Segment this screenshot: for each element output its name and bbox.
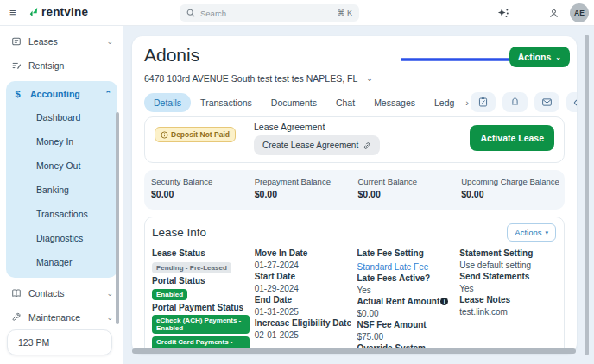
sidebar-item-label: Diagnostics <box>36 233 83 243</box>
balance-upcoming-charge: Upcoming Charge Balance $0.00 <box>458 177 561 210</box>
lease-info-section: Lease Info Actions ▾ Lease Status Pendin… <box>144 217 565 354</box>
clipboard-edit-icon <box>477 97 489 108</box>
page-actions-button[interactable]: Actions ⌄ <box>509 47 570 67</box>
reminders-bell-button[interactable] <box>502 92 528 112</box>
sidebar-item-label: Contacts <box>28 288 64 298</box>
field-label: Portal Payment Status <box>152 302 250 314</box>
company-switcher[interactable]: 123 PM <box>7 329 112 355</box>
lease-agreement-block: Lease Agreement Create Lease Agreement <box>254 122 380 155</box>
search-icon <box>186 9 195 17</box>
horizontal-scrollbar[interactable] <box>132 348 576 354</box>
button-label: Create Lease Agreement <box>262 141 358 150</box>
balance-label: Security Balance <box>151 177 251 186</box>
field-value: Yes <box>459 283 557 295</box>
field-value: test.link.com <box>459 306 557 318</box>
tab-details[interactable]: Details <box>144 93 191 112</box>
balance-current: Current Balance $0.00 <box>355 177 458 210</box>
sidebar-item-banking[interactable]: Banking <box>6 178 117 202</box>
chevron-down-icon: ⌄ <box>106 37 113 46</box>
balance-label: Current Balance <box>358 177 458 186</box>
field-start-date: Start Date 01-29-2024 <box>255 271 352 294</box>
tasks-clipboard-button[interactable] <box>471 92 496 112</box>
late-fee-setting-link[interactable]: Standard Late Fee <box>357 262 429 272</box>
wrench-icon <box>10 312 22 323</box>
property-address: 6478 103rd AVENUE South test test tes NA… <box>144 73 357 84</box>
ai-sparkle-icon[interactable] <box>496 5 511 21</box>
tab-documents[interactable]: Documents <box>262 93 326 112</box>
tab-messages[interactable]: Messages <box>364 93 425 112</box>
chevron-down-icon: ⌄ <box>555 53 561 61</box>
field-label: Send Statements <box>459 271 557 283</box>
vertical-scrollbar[interactable] <box>585 35 589 355</box>
search-shortcut: ⌘ K <box>337 9 352 17</box>
field-label: Move In Date <box>255 248 352 260</box>
company-name: 123 PM <box>18 337 49 348</box>
watch-button[interactable] <box>566 92 577 112</box>
lease-info-col-1: Lease Status Pending - Pre-Leased Portal… <box>152 248 250 354</box>
email-button[interactable] <box>534 92 559 112</box>
field-label: Late Fees Active? <box>357 273 455 285</box>
sidebar-item-money-in[interactable]: Money In <box>6 129 117 154</box>
search-input[interactable]: Search ⌘ K <box>180 4 359 22</box>
chevron-down-icon[interactable]: ⌄ <box>366 74 373 83</box>
sidebar-item-maintenance[interactable]: Maintenance ⌄ <box>0 305 123 329</box>
lease-agreement-section: Deposit Not Paid Lease Agreement Create … <box>144 116 565 163</box>
envelope-icon <box>541 97 553 108</box>
field-move-in-date: Move In Date 01-27-2024 <box>255 248 352 271</box>
sidebar-item-money-out[interactable]: Money Out <box>6 154 117 178</box>
field-late-fees-active: Late Fees Active? Yes <box>357 273 455 296</box>
sidebar-item-accounting[interactable]: $ Accounting ⌃ <box>6 83 117 105</box>
sidebar-item-label: Money In <box>36 136 73 147</box>
dollar-icon: $ <box>12 89 23 99</box>
sidebar-item-contacts[interactable]: Contacts ⌄ <box>0 281 123 305</box>
rentsign-icon <box>10 60 22 71</box>
sidebar-scrollbar[interactable] <box>116 112 119 324</box>
tabs-overflow-chevron-icon[interactable]: › <box>464 97 471 108</box>
chevron-down-icon: ⌄ <box>106 313 113 322</box>
field-lease-notes: Lease Notes test.link.com <box>459 294 557 317</box>
portal-status-badge: Enabled <box>152 289 187 300</box>
info-circle-icon <box>161 131 168 139</box>
field-value: 01-27-2024 <box>255 260 352 272</box>
brand-logo[interactable]: rentvine <box>28 5 88 18</box>
sidebar-item-label: Money Out <box>36 160 80 171</box>
field-nsf-fee-amount: NSF Fee Amount $75.00 <box>357 319 455 342</box>
lease-info-actions-button[interactable]: Actions ▾ <box>507 223 556 242</box>
balance-label: Prepayment Balance <box>255 177 355 186</box>
field-label: NSF Fee Amount <box>357 319 455 331</box>
badge-label: Deposit Not Paid <box>171 130 230 139</box>
tab-chat[interactable]: Chat <box>326 93 364 112</box>
tab-transactions[interactable]: Transactions <box>191 93 262 112</box>
info-circle-icon[interactable]: i <box>440 298 448 305</box>
create-lease-agreement-button[interactable]: Create Lease Agreement <box>254 135 380 155</box>
field-value: Yes <box>357 285 455 297</box>
leases-icon <box>10 36 22 47</box>
sidebar-item-transactions[interactable]: Transactions <box>6 202 117 226</box>
caret-down-icon: ▾ <box>545 229 548 236</box>
user-avatar[interactable]: AE <box>570 3 589 22</box>
field-value: 02-01-2025 <box>255 329 352 342</box>
sidebar-nav: Leases ⌄ Rentsign $ Accounting ⌃ Dashboa… <box>0 26 123 364</box>
sidebar-item-manager[interactable]: Manager <box>6 250 117 274</box>
tab-ledger-truncated[interactable]: Ledg <box>425 93 464 112</box>
sidebar-item-dashboard[interactable]: Dashboard <box>6 105 117 129</box>
search-placeholder: Search <box>200 9 332 18</box>
deposit-not-paid-badge: Deposit Not Paid <box>155 127 236 142</box>
sidebar-item-leases[interactable]: Leases ⌄ <box>0 29 123 53</box>
field-label: Increase Eligibility Date <box>255 317 352 329</box>
field-label: Lease Status <box>152 248 250 260</box>
field-portal-status: Portal Status Enabled <box>152 275 250 303</box>
activate-lease-button[interactable]: Activate Lease <box>470 125 554 151</box>
hamburger-menu-icon[interactable]: ≡ <box>9 6 16 19</box>
sidebar-item-rentsign[interactable]: Rentsign <box>0 53 123 78</box>
actions-label: Actions <box>515 228 541 237</box>
sidebar-item-label: Dashboard <box>36 112 80 122</box>
support-person-icon[interactable] <box>546 5 561 21</box>
sidebar-item-label: Manager <box>36 257 72 267</box>
sidebar-item-diagnostics[interactable]: Diagnostics <box>6 226 117 250</box>
sidebar-item-label: Leases <box>28 36 58 47</box>
lease-info-title: Lease Info <box>152 226 557 239</box>
lease-detail-card: Adonis Actions ⌄ 6478 103rd AVENUE South… <box>132 36 577 354</box>
lease-agreement-label: Lease Agreement <box>254 122 380 132</box>
field-label: Statement Setting <box>459 248 557 260</box>
